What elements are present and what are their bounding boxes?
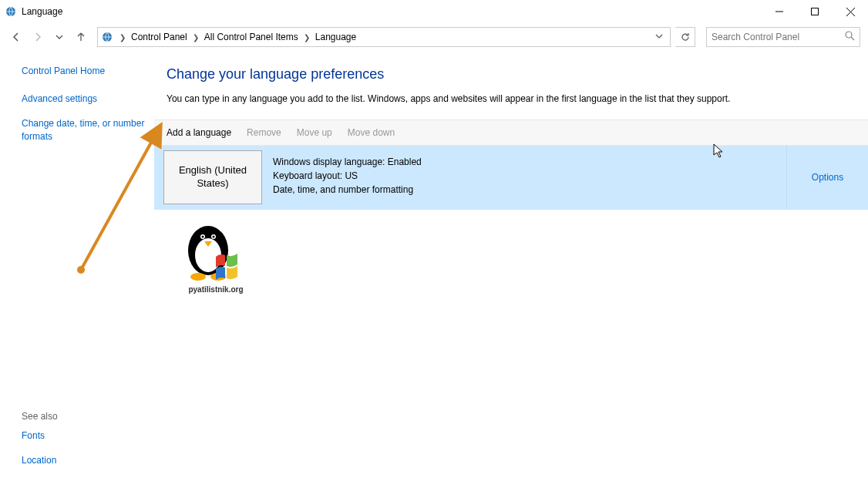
breadcrumb[interactable]: ❯ Control Panel ❯ All Control Panel Item… xyxy=(97,27,671,47)
navigation-bar: ❯ Control Panel ❯ All Control Panel Item… xyxy=(0,23,868,51)
maximize-button[interactable] xyxy=(797,0,833,23)
add-language-button[interactable]: Add a language xyxy=(167,127,231,138)
detail-formatting: Date, time, and number formatting xyxy=(273,183,775,197)
language-details: Windows display language: Enabled Keyboa… xyxy=(262,146,786,209)
svg-point-14 xyxy=(190,273,206,281)
recent-dropdown[interactable] xyxy=(51,29,68,45)
detail-keyboard-layout: Keyboard layout: US xyxy=(273,169,775,183)
seealso-link-location[interactable]: Location xyxy=(22,454,58,466)
svg-point-13 xyxy=(213,236,215,238)
crumb-all-items[interactable]: All Control Panel Items xyxy=(202,32,301,42)
search-icon xyxy=(845,31,855,43)
svg-line-7 xyxy=(851,37,854,40)
breadcrumb-separator: ❯ xyxy=(190,33,202,42)
search-box[interactable] xyxy=(706,27,860,47)
back-button[interactable] xyxy=(8,29,25,45)
language-options-cell: Options xyxy=(786,146,868,209)
page-description: You can type in any language you add to … xyxy=(167,93,868,104)
sidebar-link-advanced[interactable]: Advanced settings xyxy=(22,93,154,105)
refresh-button[interactable] xyxy=(675,27,695,47)
path-icon xyxy=(100,30,114,44)
watermark-text: pyatilistnik.org xyxy=(170,285,262,294)
crumb-language[interactable]: Language xyxy=(313,32,358,42)
sidebar-home-link[interactable]: Control Panel Home xyxy=(22,65,154,77)
remove-button[interactable]: Remove xyxy=(247,127,281,138)
app-icon xyxy=(5,5,17,18)
sidebar-link-datetime[interactable]: Change date, time, or number formats xyxy=(22,117,154,142)
seealso-link-fonts[interactable]: Fonts xyxy=(22,429,58,442)
forward-button[interactable] xyxy=(29,29,46,45)
see-also-section: See also Fonts Location xyxy=(22,411,58,479)
language-options-link[interactable]: Options xyxy=(812,172,843,183)
address-dropdown[interactable] xyxy=(651,32,668,42)
window-controls xyxy=(762,0,868,23)
svg-rect-2 xyxy=(812,8,819,15)
movedown-button[interactable]: Move down xyxy=(348,127,395,138)
language-name-box: English (United States) xyxy=(163,150,262,204)
breadcrumb-separator: ❯ xyxy=(116,33,129,42)
svg-point-11 xyxy=(202,236,204,238)
moveup-button[interactable]: Move up xyxy=(297,127,332,138)
title-bar: Language xyxy=(0,0,868,23)
minimize-button[interactable] xyxy=(762,0,797,23)
window-title: Language xyxy=(22,6,62,17)
content-body: Control Panel Home Advanced settings Cha… xyxy=(0,51,868,488)
language-row[interactable]: English (United States) Windows display … xyxy=(154,146,868,210)
up-button[interactable] xyxy=(72,29,89,45)
see-also-heading: See also xyxy=(22,411,58,422)
detail-display-language: Windows display language: Enabled xyxy=(273,155,775,169)
svg-point-6 xyxy=(846,32,852,38)
watermark-logo: pyatilistnik.org xyxy=(170,212,262,300)
page-heading: Change your language preferences xyxy=(167,66,868,82)
close-button[interactable] xyxy=(833,0,868,23)
sidebar: Control Panel Home Advanced settings Cha… xyxy=(0,51,154,488)
crumb-control-panel[interactable]: Control Panel xyxy=(129,32,190,42)
language-toolbar: Add a language Remove Move up Move down xyxy=(154,119,868,146)
search-input[interactable] xyxy=(712,32,845,42)
breadcrumb-separator: ❯ xyxy=(301,33,313,42)
